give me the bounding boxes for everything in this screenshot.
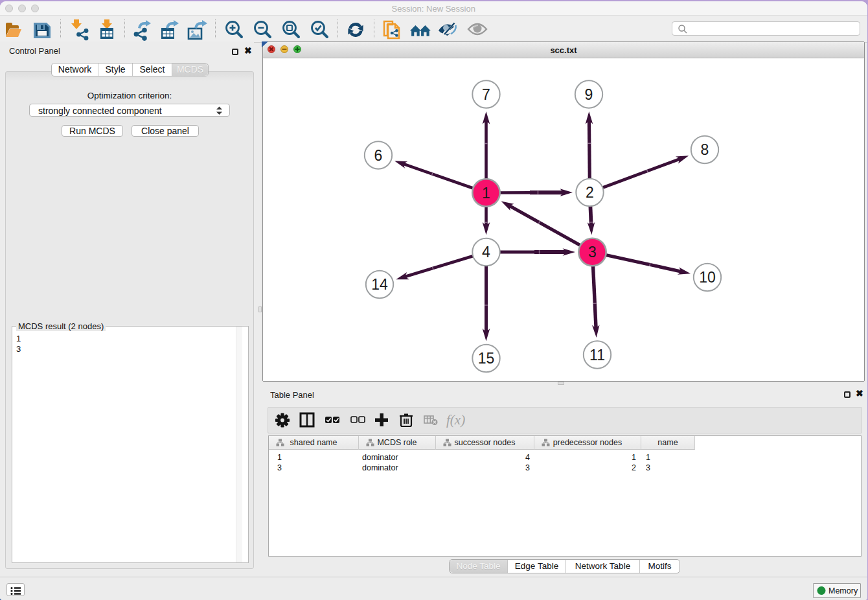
- svg-text:9: 9: [585, 86, 593, 103]
- svg-text:Memory: Memory: [828, 586, 858, 595]
- svg-text:2: 2: [586, 184, 594, 201]
- svg-text:1: 1: [482, 185, 490, 202]
- svg-text:15: 15: [478, 350, 495, 367]
- svg-text:11: 11: [589, 347, 605, 363]
- svg-text:4: 4: [482, 244, 490, 260]
- svg-text:6: 6: [374, 147, 383, 164]
- svg-text:7: 7: [482, 86, 490, 103]
- svg-text:10: 10: [699, 269, 716, 286]
- svg-text:8: 8: [701, 141, 709, 158]
- svg-text:f(x): f(x): [446, 412, 465, 428]
- svg-text:14: 14: [371, 276, 388, 293]
- svg-text:3: 3: [588, 244, 597, 260]
